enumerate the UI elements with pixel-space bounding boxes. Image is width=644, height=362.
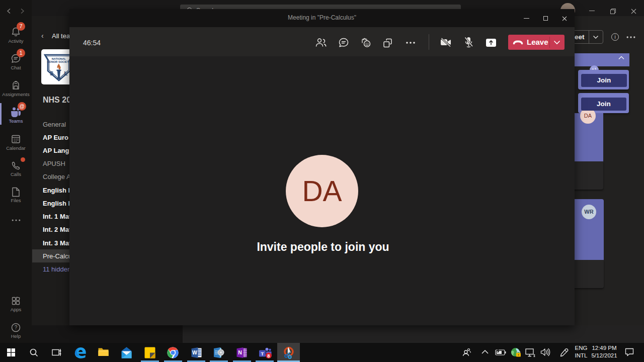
svg-text:L: L — [64, 70, 68, 76]
svg-text:T: T — [261, 351, 264, 356]
svg-text:HONOR SOCIETY: HONOR SOCIETY — [47, 60, 71, 63]
svg-text:?: ? — [15, 325, 18, 330]
svg-text:W: W — [192, 349, 197, 355]
svg-text:N: N — [238, 349, 242, 355]
svg-text:NATIONAL: NATIONAL — [52, 57, 66, 60]
svg-text:8: 8 — [267, 353, 270, 358]
svg-text:S: S — [50, 70, 53, 76]
